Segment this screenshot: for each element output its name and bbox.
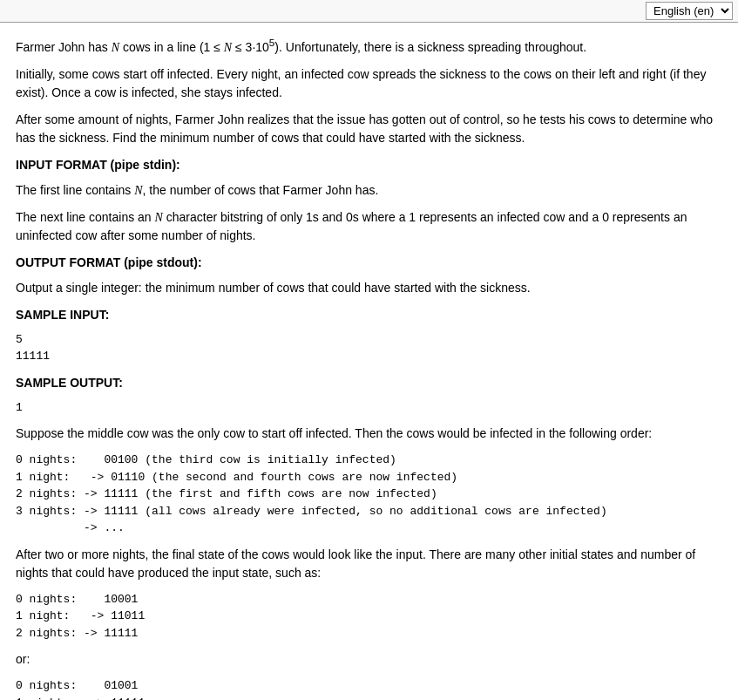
sample-output-value: 1 [16, 399, 722, 417]
language-select[interactable]: English (en)EspañolFrançaisDeutsch中文 [646, 2, 733, 20]
var-n2: N [224, 41, 232, 54]
sample-input-value: 5 11111 [16, 331, 722, 365]
var-n3: N [134, 184, 142, 197]
input-format-header: INPUT FORMAT (pipe stdin): [16, 156, 722, 174]
top-bar: English (en)EspañolFrançaisDeutsch中文 [0, 0, 738, 23]
example2-code: 0 nights: 10001 1 night: -> 11011 2 nigh… [16, 591, 722, 642]
para2: After some amount of nights, Farmer John… [16, 111, 722, 147]
input-format-p1: The first line contains N, the number of… [16, 181, 722, 200]
explanation-p1: Suppose the middle cow was the only cow … [16, 425, 722, 443]
sample-input-header: SAMPLE INPUT: [16, 306, 722, 324]
or-label: or: [16, 650, 722, 669]
para1: Initially, some cows start off infected.… [16, 65, 722, 102]
explanation-code: 0 nights: 00100 (the third cow is initia… [16, 452, 722, 537]
explanation-p2: After two or more nights, the final stat… [16, 546, 722, 582]
output-format-p1: Output a single integer: the minimum num… [16, 279, 722, 297]
input-format-p2: The next line contains an N character bi… [16, 208, 722, 245]
var-n: N [112, 41, 119, 54]
output-format-header: OUTPUT FORMAT (pipe stdout): [16, 254, 722, 272]
content-area: Farmer John has N cows in a line (1 ≤ N … [0, 23, 738, 700]
sample-output-header: SAMPLE OUTPUT: [16, 374, 722, 392]
example3-code: 0 nights: 01001 1 night: -> 11111 [16, 677, 722, 700]
intro-paragraph: Farmer John has N cows in a line (1 ≤ N … [16, 35, 722, 57]
var-n4: N [155, 211, 163, 224]
